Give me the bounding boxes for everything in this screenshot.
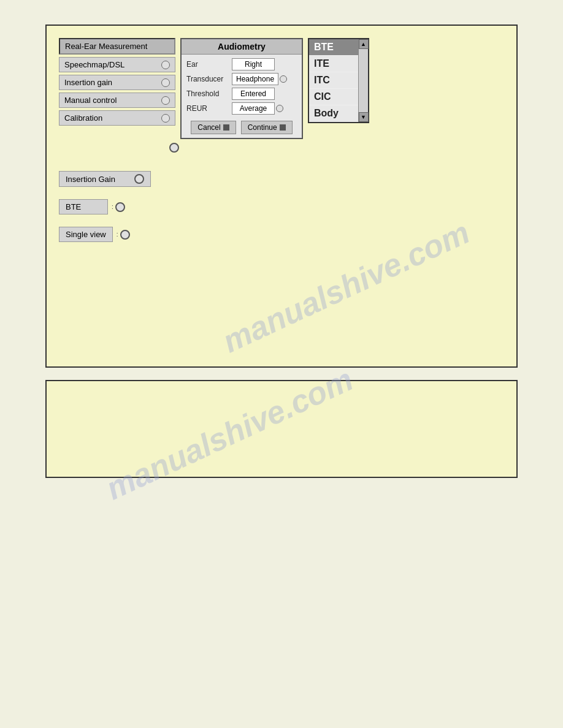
bte-item-bte[interactable]: BTE bbox=[309, 39, 358, 56]
sidebar-label-calibration: Calibration bbox=[64, 113, 102, 123]
continue-button[interactable]: Continue bbox=[241, 121, 293, 134]
transducer-row: Transducer Headphone bbox=[186, 73, 297, 85]
bte-standalone-radio[interactable] bbox=[169, 143, 179, 153]
insertion-gain-radio-group bbox=[134, 174, 144, 184]
transducer-value: Headphone bbox=[232, 73, 278, 85]
top-section: Real-Ear Measurement Speechmap/DSL Inser… bbox=[59, 38, 504, 139]
view-radio-group: : bbox=[117, 230, 130, 240]
continue-icon bbox=[280, 124, 286, 131]
ear-row: Ear Right bbox=[186, 58, 297, 70]
sidebar-item-calibration[interactable]: Calibration bbox=[59, 110, 175, 126]
main-panel: Real-Ear Measurement Speechmap/DSL Inser… bbox=[45, 25, 518, 368]
bte-list-items: BTE ITE ITC CIC Body bbox=[309, 39, 358, 122]
threshold-row: Threshold Entered bbox=[186, 88, 297, 100]
bte-control-button[interactable]: BTE bbox=[59, 199, 108, 214]
dialog-buttons: Cancel Continue bbox=[186, 118, 297, 134]
bte-item-body[interactable]: Body bbox=[309, 105, 358, 122]
bte-list: BTE ITE ITC CIC Body ▲ ▼ bbox=[308, 38, 369, 123]
transducer-dropdown-radio[interactable] bbox=[280, 75, 287, 83]
threshold-label: Threshold bbox=[186, 89, 229, 98]
transducer-value-group: Headphone bbox=[232, 73, 287, 85]
continue-label: Continue bbox=[248, 123, 277, 132]
dialog-title: Audiometry bbox=[182, 39, 302, 55]
cancel-label: Cancel bbox=[197, 123, 220, 132]
ear-label: Ear bbox=[186, 60, 229, 69]
bte-scrollbar: ▲ ▼ bbox=[358, 39, 368, 122]
insertion-radio bbox=[161, 78, 170, 87]
dialog-body: Ear Right Transducer Headphone Threshold bbox=[182, 55, 302, 138]
page-wrapper: Real-Ear Measurement Speechmap/DSL Inser… bbox=[0, 0, 563, 502]
bottom-controls: Insertion Gain BTE : Singl bbox=[59, 171, 504, 242]
sidebar-label-real-ear: Real-Ear Measurement bbox=[65, 42, 147, 51]
audiometry-dialog: Audiometry Ear Right Transducer Headphon… bbox=[180, 38, 303, 139]
insertion-gain-row: Insertion Gain bbox=[59, 171, 504, 187]
insertion-gain-button[interactable]: Insertion Gain bbox=[59, 171, 151, 187]
bte-radio-row bbox=[59, 143, 504, 153]
reur-value-group: Average bbox=[232, 102, 283, 115]
scroll-up-arrow[interactable]: ▲ bbox=[359, 39, 369, 49]
second-watermark: manualshive.com bbox=[101, 361, 359, 507]
view-ctrl-radio[interactable] bbox=[120, 230, 130, 240]
sidebar-item-insertion-gain[interactable]: Insertion gain bbox=[59, 75, 175, 90]
bte-control-row: BTE : bbox=[59, 199, 504, 214]
second-panel: manualshive.com bbox=[45, 380, 518, 478]
speechmap-radio bbox=[161, 61, 170, 69]
sidebar-item-real-ear[interactable]: Real-Ear Measurement bbox=[59, 38, 175, 55]
reur-row: REUR Average bbox=[186, 102, 297, 115]
sidebar-label-manual: Manual control bbox=[64, 96, 117, 105]
view-control-button[interactable]: Single view bbox=[59, 227, 113, 242]
bte-item-ite[interactable]: ITE bbox=[309, 56, 358, 72]
bte-item-itc[interactable]: ITC bbox=[309, 72, 358, 89]
sidebar-label-speechmap: Speechmap/DSL bbox=[64, 60, 124, 69]
view-control-label: Single view bbox=[66, 230, 106, 239]
bte-control-label: BTE bbox=[66, 202, 81, 211]
calibration-radio bbox=[161, 114, 170, 123]
insertion-gain-label: Insertion Gain bbox=[66, 175, 115, 184]
view-control-row: Single view : bbox=[59, 227, 504, 242]
cancel-icon bbox=[223, 124, 229, 131]
scroll-down-arrow[interactable]: ▼ bbox=[359, 112, 369, 122]
cancel-button[interactable]: Cancel bbox=[191, 121, 236, 134]
reur-label: REUR bbox=[186, 104, 229, 113]
transducer-label: Transducer bbox=[186, 75, 229, 83]
bte-item-cic[interactable]: CIC bbox=[309, 89, 358, 105]
bte-control-radio-group: : bbox=[112, 202, 125, 212]
reur-dropdown-radio[interactable] bbox=[276, 105, 283, 112]
view-ctrl-dots: : bbox=[117, 231, 118, 238]
sidebar-item-speechmap[interactable]: Speechmap/DSL bbox=[59, 57, 175, 72]
insertion-gain-radio[interactable] bbox=[134, 174, 144, 184]
ear-value: Right bbox=[232, 58, 275, 70]
bte-ctrl-dots: : bbox=[112, 203, 113, 210]
sidebar-menu: Real-Ear Measurement Speechmap/DSL Inser… bbox=[59, 38, 175, 126]
sidebar-item-manual-control[interactable]: Manual control bbox=[59, 93, 175, 108]
sidebar-label-insertion: Insertion gain bbox=[64, 78, 112, 87]
bte-ctrl-radio[interactable] bbox=[115, 202, 125, 212]
reur-value: Average bbox=[232, 102, 275, 115]
manual-radio bbox=[161, 96, 170, 105]
threshold-value: Entered bbox=[232, 88, 275, 100]
